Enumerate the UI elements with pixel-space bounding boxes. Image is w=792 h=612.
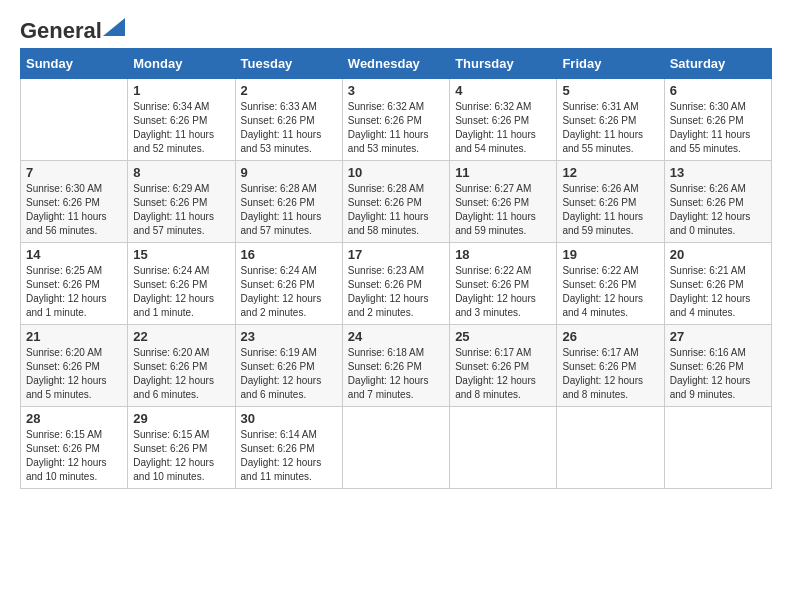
calendar-week-row: 7Sunrise: 6:30 AM Sunset: 6:26 PM Daylig… (21, 161, 772, 243)
day-detail: Sunrise: 6:30 AM Sunset: 6:26 PM Dayligh… (670, 100, 766, 156)
calendar-cell (342, 407, 449, 489)
day-number: 29 (133, 411, 229, 426)
calendar-cell: 23Sunrise: 6:19 AM Sunset: 6:26 PM Dayli… (235, 325, 342, 407)
day-detail: Sunrise: 6:25 AM Sunset: 6:26 PM Dayligh… (26, 264, 122, 320)
day-number: 20 (670, 247, 766, 262)
day-detail: Sunrise: 6:27 AM Sunset: 6:26 PM Dayligh… (455, 182, 551, 238)
calendar-cell: 30Sunrise: 6:14 AM Sunset: 6:26 PM Dayli… (235, 407, 342, 489)
calendar-cell: 29Sunrise: 6:15 AM Sunset: 6:26 PM Dayli… (128, 407, 235, 489)
day-detail: Sunrise: 6:32 AM Sunset: 6:26 PM Dayligh… (455, 100, 551, 156)
day-number: 14 (26, 247, 122, 262)
day-detail: Sunrise: 6:23 AM Sunset: 6:26 PM Dayligh… (348, 264, 444, 320)
calendar-cell: 1Sunrise: 6:34 AM Sunset: 6:26 PM Daylig… (128, 79, 235, 161)
day-detail: Sunrise: 6:31 AM Sunset: 6:26 PM Dayligh… (562, 100, 658, 156)
day-detail: Sunrise: 6:26 AM Sunset: 6:26 PM Dayligh… (670, 182, 766, 238)
day-number: 19 (562, 247, 658, 262)
day-detail: Sunrise: 6:26 AM Sunset: 6:26 PM Dayligh… (562, 182, 658, 238)
day-number: 28 (26, 411, 122, 426)
calendar-cell: 3Sunrise: 6:32 AM Sunset: 6:26 PM Daylig… (342, 79, 449, 161)
day-detail: Sunrise: 6:34 AM Sunset: 6:26 PM Dayligh… (133, 100, 229, 156)
calendar-week-row: 14Sunrise: 6:25 AM Sunset: 6:26 PM Dayli… (21, 243, 772, 325)
day-number: 23 (241, 329, 337, 344)
calendar-cell: 20Sunrise: 6:21 AM Sunset: 6:26 PM Dayli… (664, 243, 771, 325)
day-number: 13 (670, 165, 766, 180)
day-detail: Sunrise: 6:22 AM Sunset: 6:26 PM Dayligh… (562, 264, 658, 320)
day-number: 2 (241, 83, 337, 98)
calendar-cell: 8Sunrise: 6:29 AM Sunset: 6:26 PM Daylig… (128, 161, 235, 243)
col-header-saturday: Saturday (664, 49, 771, 79)
day-number: 3 (348, 83, 444, 98)
day-number: 11 (455, 165, 551, 180)
day-number: 10 (348, 165, 444, 180)
calendar-cell: 25Sunrise: 6:17 AM Sunset: 6:26 PM Dayli… (450, 325, 557, 407)
day-number: 30 (241, 411, 337, 426)
day-number: 25 (455, 329, 551, 344)
calendar-cell (21, 79, 128, 161)
day-number: 1 (133, 83, 229, 98)
calendar-cell: 11Sunrise: 6:27 AM Sunset: 6:26 PM Dayli… (450, 161, 557, 243)
day-number: 17 (348, 247, 444, 262)
day-detail: Sunrise: 6:14 AM Sunset: 6:26 PM Dayligh… (241, 428, 337, 484)
day-number: 7 (26, 165, 122, 180)
calendar-table: SundayMondayTuesdayWednesdayThursdayFrid… (20, 48, 772, 489)
calendar-cell: 27Sunrise: 6:16 AM Sunset: 6:26 PM Dayli… (664, 325, 771, 407)
day-detail: Sunrise: 6:28 AM Sunset: 6:26 PM Dayligh… (241, 182, 337, 238)
calendar-cell: 14Sunrise: 6:25 AM Sunset: 6:26 PM Dayli… (21, 243, 128, 325)
calendar-cell: 21Sunrise: 6:20 AM Sunset: 6:26 PM Dayli… (21, 325, 128, 407)
day-detail: Sunrise: 6:16 AM Sunset: 6:26 PM Dayligh… (670, 346, 766, 402)
day-detail: Sunrise: 6:28 AM Sunset: 6:26 PM Dayligh… (348, 182, 444, 238)
calendar-cell: 28Sunrise: 6:15 AM Sunset: 6:26 PM Dayli… (21, 407, 128, 489)
day-detail: Sunrise: 6:22 AM Sunset: 6:26 PM Dayligh… (455, 264, 551, 320)
day-number: 21 (26, 329, 122, 344)
day-detail: Sunrise: 6:17 AM Sunset: 6:26 PM Dayligh… (455, 346, 551, 402)
calendar-cell: 17Sunrise: 6:23 AM Sunset: 6:26 PM Dayli… (342, 243, 449, 325)
day-detail: Sunrise: 6:29 AM Sunset: 6:26 PM Dayligh… (133, 182, 229, 238)
day-detail: Sunrise: 6:24 AM Sunset: 6:26 PM Dayligh… (133, 264, 229, 320)
day-detail: Sunrise: 6:30 AM Sunset: 6:26 PM Dayligh… (26, 182, 122, 238)
page-header: General (20, 20, 772, 38)
calendar-cell: 22Sunrise: 6:20 AM Sunset: 6:26 PM Dayli… (128, 325, 235, 407)
day-number: 4 (455, 83, 551, 98)
calendar-cell: 9Sunrise: 6:28 AM Sunset: 6:26 PM Daylig… (235, 161, 342, 243)
col-header-monday: Monday (128, 49, 235, 79)
calendar-cell (664, 407, 771, 489)
calendar-cell: 12Sunrise: 6:26 AM Sunset: 6:26 PM Dayli… (557, 161, 664, 243)
col-header-wednesday: Wednesday (342, 49, 449, 79)
svg-marker-0 (103, 18, 125, 36)
day-number: 9 (241, 165, 337, 180)
calendar-cell: 15Sunrise: 6:24 AM Sunset: 6:26 PM Dayli… (128, 243, 235, 325)
logo-icon (103, 18, 125, 36)
day-detail: Sunrise: 6:19 AM Sunset: 6:26 PM Dayligh… (241, 346, 337, 402)
calendar-cell: 4Sunrise: 6:32 AM Sunset: 6:26 PM Daylig… (450, 79, 557, 161)
day-detail: Sunrise: 6:20 AM Sunset: 6:26 PM Dayligh… (133, 346, 229, 402)
col-header-tuesday: Tuesday (235, 49, 342, 79)
col-header-friday: Friday (557, 49, 664, 79)
calendar-cell (450, 407, 557, 489)
day-detail: Sunrise: 6:24 AM Sunset: 6:26 PM Dayligh… (241, 264, 337, 320)
col-header-sunday: Sunday (21, 49, 128, 79)
calendar-cell: 16Sunrise: 6:24 AM Sunset: 6:26 PM Dayli… (235, 243, 342, 325)
logo-general: General (20, 20, 102, 42)
calendar-cell: 2Sunrise: 6:33 AM Sunset: 6:26 PM Daylig… (235, 79, 342, 161)
calendar-week-row: 1Sunrise: 6:34 AM Sunset: 6:26 PM Daylig… (21, 79, 772, 161)
calendar-cell: 6Sunrise: 6:30 AM Sunset: 6:26 PM Daylig… (664, 79, 771, 161)
day-number: 5 (562, 83, 658, 98)
day-number: 16 (241, 247, 337, 262)
day-detail: Sunrise: 6:32 AM Sunset: 6:26 PM Dayligh… (348, 100, 444, 156)
day-detail: Sunrise: 6:15 AM Sunset: 6:26 PM Dayligh… (26, 428, 122, 484)
day-number: 26 (562, 329, 658, 344)
day-detail: Sunrise: 6:33 AM Sunset: 6:26 PM Dayligh… (241, 100, 337, 156)
day-number: 12 (562, 165, 658, 180)
calendar-cell: 24Sunrise: 6:18 AM Sunset: 6:26 PM Dayli… (342, 325, 449, 407)
calendar-cell: 5Sunrise: 6:31 AM Sunset: 6:26 PM Daylig… (557, 79, 664, 161)
calendar-week-row: 28Sunrise: 6:15 AM Sunset: 6:26 PM Dayli… (21, 407, 772, 489)
calendar-cell: 18Sunrise: 6:22 AM Sunset: 6:26 PM Dayli… (450, 243, 557, 325)
day-detail: Sunrise: 6:20 AM Sunset: 6:26 PM Dayligh… (26, 346, 122, 402)
calendar-cell (557, 407, 664, 489)
calendar-cell: 10Sunrise: 6:28 AM Sunset: 6:26 PM Dayli… (342, 161, 449, 243)
day-number: 6 (670, 83, 766, 98)
day-detail: Sunrise: 6:17 AM Sunset: 6:26 PM Dayligh… (562, 346, 658, 402)
calendar-cell: 26Sunrise: 6:17 AM Sunset: 6:26 PM Dayli… (557, 325, 664, 407)
day-detail: Sunrise: 6:21 AM Sunset: 6:26 PM Dayligh… (670, 264, 766, 320)
calendar-week-row: 21Sunrise: 6:20 AM Sunset: 6:26 PM Dayli… (21, 325, 772, 407)
